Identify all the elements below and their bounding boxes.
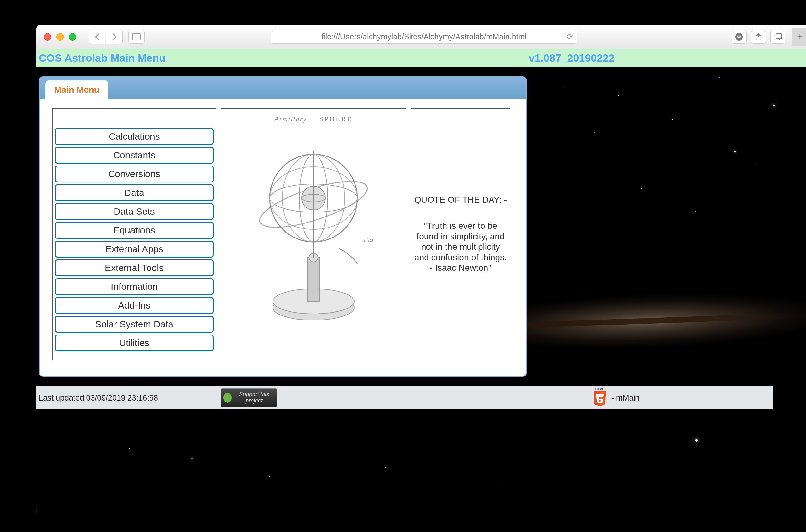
menu-equations[interactable]: Equations xyxy=(55,222,214,239)
gear-icon xyxy=(224,393,232,403)
illustration-label-right: SPHERE xyxy=(320,115,353,123)
menu-solar-system-data[interactable]: Solar System Data xyxy=(55,316,214,332)
menu-external-apps[interactable]: External Apps xyxy=(55,241,214,258)
reload-icon[interactable]: ⟳ xyxy=(566,32,573,42)
svg-text:Fig: Fig xyxy=(363,236,373,244)
panel-body: Calculations Constants Conversions Data … xyxy=(40,99,526,376)
svg-rect-5 xyxy=(776,34,782,39)
menu-data-sets[interactable]: Data Sets xyxy=(55,203,214,220)
quote-column: QUOTE OF THE DAY: - "Truth is ever to be… xyxy=(411,108,510,360)
armillary-sphere-icon: Fig xyxy=(232,126,395,339)
last-updated-label: Last updated 03/09/2019 23:16:58 xyxy=(39,393,158,402)
tab-main-menu[interactable]: Main Menu xyxy=(45,80,108,99)
minimize-window-button[interactable] xyxy=(56,33,64,41)
illustration-label-left: Armillary xyxy=(274,115,307,123)
page-header: COS Astrolab Main Menu v1.087_20190222 xyxy=(36,49,806,67)
tab-bar: Main Menu xyxy=(40,77,526,99)
quote-heading: QUOTE OF THE DAY: - xyxy=(414,195,507,205)
illustration-label: Armillary SPHERE xyxy=(274,115,352,123)
url-text: file:///Users/alchymylab/Sites/Alchymy/A… xyxy=(321,32,526,41)
tabs-button[interactable] xyxy=(770,30,785,44)
close-window-button[interactable] xyxy=(44,33,51,41)
browser-window: file:///Users/alchymylab/Sites/Alchymy/A… xyxy=(36,25,806,513)
menu-utilities[interactable]: Utilities xyxy=(55,335,214,352)
menu-data[interactable]: Data xyxy=(55,184,214,201)
page-name-label: - mMain xyxy=(611,393,639,402)
html5-icon: HTML xyxy=(592,389,608,407)
address-bar[interactable]: file:///Users/alchymylab/Sites/Alchymy/A… xyxy=(271,30,577,44)
page-content: COS Astrolab Main Menu v1.087_20190222 M… xyxy=(36,49,806,513)
menu-calculations[interactable]: Calculations xyxy=(55,128,214,145)
nav-button-group xyxy=(89,30,123,44)
html5-badge-area: HTML - mMain xyxy=(592,389,639,407)
sidebar-toggle-button[interactable] xyxy=(128,30,145,44)
maximize-window-button[interactable] xyxy=(69,33,76,41)
forward-button[interactable] xyxy=(106,30,122,44)
svg-rect-8 xyxy=(307,258,320,301)
illustration-column: Armillary SPHERE xyxy=(220,108,406,360)
version-label: v1.087_20190222 xyxy=(529,52,615,64)
footer-bar: Last updated 03/09/2019 23:16:58 Support… xyxy=(36,386,773,409)
main-panel: Main Menu Calculations Constants Convers… xyxy=(39,76,527,377)
menu-external-tools[interactable]: External Tools xyxy=(55,260,214,276)
share-button[interactable] xyxy=(751,30,766,44)
menu-information[interactable]: Information xyxy=(55,278,214,295)
menu-column: Calculations Constants Conversions Data … xyxy=(52,108,216,360)
new-tab-button[interactable]: + xyxy=(792,28,806,46)
browser-titlebar: file:///Users/alchymylab/Sites/Alchymy/A… xyxy=(36,25,806,49)
window-controls xyxy=(44,33,76,41)
support-text: Support this project xyxy=(234,392,274,404)
downloads-button[interactable] xyxy=(731,30,747,44)
menu-add-ins[interactable]: Add-Ins xyxy=(55,297,214,314)
support-project-button[interactable]: Support this project xyxy=(220,388,277,407)
menu-conversions[interactable]: Conversions xyxy=(55,166,214,183)
back-button[interactable] xyxy=(89,30,105,44)
quote-text: "Truth is ever to be found in simplicity… xyxy=(414,221,507,273)
svg-rect-0 xyxy=(132,34,140,40)
page-title: COS Astrolab Main Menu xyxy=(39,52,166,64)
menu-constants[interactable]: Constants xyxy=(55,147,214,164)
